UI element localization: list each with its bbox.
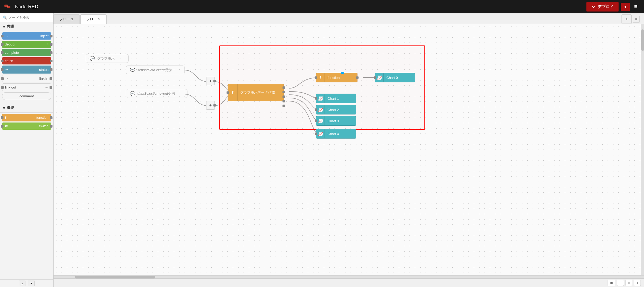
node-inject-port-right (50, 35, 52, 37)
output-port-2 (283, 91, 285, 93)
node-status-port-left (1, 68, 3, 71)
chart1-port-left (315, 97, 317, 100)
node-inject-label: inject (40, 34, 48, 38)
comment-node-datasel[interactable]: 💬 dataSelection event受信 (126, 89, 187, 98)
chart3-label: Chart 3 (325, 119, 342, 123)
main-function-icon: f (228, 84, 238, 101)
node-debug-label: debug (5, 42, 14, 46)
sidebar-node-function[interactable]: f function (2, 114, 51, 121)
node-catch-label: catch (5, 59, 13, 63)
link-in-icon-1: ✈ (209, 79, 212, 83)
tab-flow2[interactable]: フロー２ (80, 14, 107, 24)
main-function-output-ports (283, 86, 285, 107)
chart4-icon: 📈 (316, 129, 325, 138)
hamburger-menu-button[interactable]: ≡ (632, 2, 640, 11)
horizontal-scrollbar-thumb[interactable] (75, 276, 155, 278)
link-in-node-1[interactable]: ✈ (206, 77, 215, 85)
sidebar-node-status[interactable]: 〜 status (2, 66, 51, 74)
node-switch-port-right (50, 125, 52, 128)
chart4-label: Chart 4 (325, 132, 342, 136)
node-catch-port-left (1, 60, 3, 62)
node-catch-port-right (50, 60, 52, 62)
main-layout: 🔍 ∨ 共通 → inject debug ≡ c (0, 13, 644, 287)
header: Node-RED デプロイ ▼ ≡ (0, 0, 644, 13)
blue-dot-indicator (341, 72, 344, 74)
output-port-5 (283, 105, 285, 107)
vertical-scrollbar-thumb[interactable] (641, 29, 644, 51)
output-port-3 (283, 95, 285, 98)
node-function-port-left (1, 116, 3, 119)
vertical-scrollbar[interactable] (641, 24, 644, 275)
chart4-node[interactable]: 📈 Chart 4 (316, 129, 356, 139)
chart4-port-left (315, 133, 317, 135)
sidebar-node-catch[interactable]: catch (2, 57, 51, 64)
sidebar-node-switch[interactable]: ⇄ switch (2, 123, 51, 130)
node-complete-label: complete (5, 51, 19, 55)
sidebar-node-comment[interactable]: comment (2, 92, 51, 100)
node-switch-label: switch (39, 124, 48, 128)
zoom-out-button[interactable]: − (617, 280, 624, 286)
sidebar-search-bar[interactable]: 🔍 (0, 13, 53, 22)
function-node[interactable]: f function (316, 73, 357, 82)
section-title-common: 共通 (7, 24, 14, 29)
chart0-node[interactable]: 📈 Chart 0 (375, 73, 415, 82)
app-title: Node-RED (15, 4, 38, 10)
main-function-port-left (227, 91, 229, 94)
horizontal-scrollbar[interactable] (54, 275, 644, 278)
canvas-area: フロー１ フロー２ ＋ ≡ (54, 13, 644, 287)
tab-flow1[interactable]: フロー１ (54, 14, 80, 24)
sidebar-node-complete[interactable]: complete (2, 49, 51, 56)
comment-node-graph[interactable]: 💬 グラフ表示 (86, 54, 129, 63)
node-debug-port-right (50, 43, 52, 46)
chart0-icon: 📈 (375, 73, 384, 82)
node-link-in-port-right (50, 77, 52, 80)
section-title-function: 機能 (7, 105, 14, 110)
deploy-dropdown-button[interactable]: ▼ (621, 3, 630, 11)
node-debug-list-icon: ≡ (46, 42, 48, 46)
comment-label-graph: グラフ表示 (97, 56, 115, 61)
tab-list-button[interactable]: ≡ (633, 16, 640, 23)
node-red-logo: Node-RED (4, 4, 38, 10)
comment-node-sensor[interactable]: 💬 sensorData event受信 (126, 66, 185, 74)
sidebar-node-link-out[interactable]: link out → (2, 83, 51, 91)
wires-svg (54, 24, 641, 275)
chart2-label: Chart 2 (325, 108, 342, 112)
comment-label-sensor: sensorData event受信 (137, 68, 172, 72)
link-in-1-port-right (213, 80, 216, 82)
section-header-function[interactable]: ∨ 機能 (0, 103, 53, 113)
section-header-common[interactable]: ∨ 共通 (0, 22, 53, 31)
deploy-label: デプロイ (598, 4, 614, 9)
comment-bubble-sensor-icon: 💬 (130, 67, 135, 72)
main-function-node[interactable]: f グラフ表示データ作成 (228, 84, 284, 101)
section-toggle-common: ∨ (3, 25, 5, 29)
search-input[interactable] (9, 16, 51, 20)
flow-canvas[interactable]: 💬 グラフ表示 💬 sensorData event受信 ✈ 💬 dataSel… (54, 24, 641, 275)
link-in-node-2[interactable]: ✈ (206, 101, 215, 110)
grid-toggle-button[interactable]: ⊞ (608, 280, 615, 286)
zoom-reset-button[interactable]: ○ (626, 280, 632, 286)
sidebar-node-debug[interactable]: debug ≡ (2, 41, 51, 48)
node-function-icon: f (5, 115, 6, 120)
sidebar-scroll-controls: ▲ ▼ (0, 279, 53, 287)
chart2-node[interactable]: 📈 Chart 2 (316, 105, 356, 114)
sidebar-scroll-down-button[interactable]: ▼ (28, 281, 35, 286)
function-port-left (315, 76, 317, 79)
comment-bubble-icon: 💬 (90, 56, 95, 61)
output-port-1 (283, 86, 285, 89)
zoom-in-button[interactable]: + (634, 280, 641, 286)
deploy-button[interactable]: デプロイ (586, 2, 619, 12)
deploy-icon (591, 5, 596, 9)
sidebar: 🔍 ∨ 共通 → inject debug ≡ c (0, 13, 54, 287)
main-function-label: グラフ表示データ作成 (238, 90, 278, 95)
add-tab-button[interactable]: ＋ (622, 14, 632, 24)
sidebar-node-link-in[interactable]: → link in (2, 75, 51, 82)
comment-bubble-datasel-icon: 💬 (130, 91, 135, 96)
sidebar-scroll-up-button[interactable]: ▲ (19, 281, 25, 286)
output-port-4 (283, 100, 285, 102)
logo-icon (4, 4, 13, 10)
sidebar-node-inject[interactable]: → inject (2, 32, 51, 40)
chart3-node[interactable]: 📈 Chart 3 (316, 116, 356, 126)
chart1-node[interactable]: 📈 Chart 1 (316, 94, 356, 103)
node-link-in-icon: → (5, 76, 9, 81)
search-icon: 🔍 (3, 16, 7, 20)
